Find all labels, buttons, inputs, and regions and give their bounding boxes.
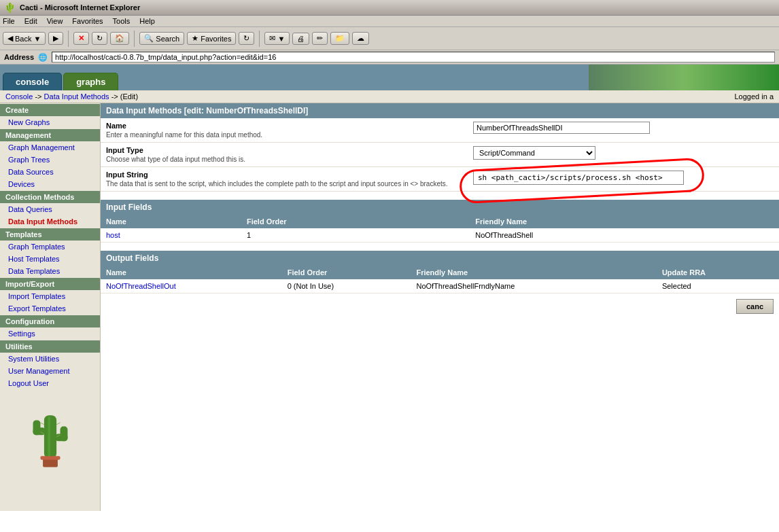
output-fields-section: Output Fields Name Field Order Friendly … xyxy=(101,251,779,294)
input-row-name-link[interactable]: host xyxy=(106,231,120,239)
output-col-friendly: Friendly Name xyxy=(411,266,656,279)
forward-button[interactable]: ▶ xyxy=(48,32,63,45)
input-string-desc: The data that is sent to the script, whi… xyxy=(106,180,462,188)
search-button[interactable]: 🔍 Search xyxy=(139,32,184,45)
output-row-rra: Selected xyxy=(657,279,779,294)
sidebar-item-settings[interactable]: Settings xyxy=(0,327,100,340)
input-col-name: Name xyxy=(101,215,241,228)
menu-view[interactable]: View xyxy=(47,17,63,25)
output-row-name-link[interactable]: NoOfThreadShellOut xyxy=(106,282,176,290)
menu-tools[interactable]: Tools xyxy=(113,17,131,25)
name-input[interactable] xyxy=(473,122,650,134)
content-section-header: Data Input Methods [edit: NumberOfThread… xyxy=(101,103,779,118)
sidebar-item-export-templates[interactable]: Export Templates xyxy=(0,302,100,315)
input-string-label: Input String xyxy=(106,171,462,179)
sidebar-item-user-management[interactable]: User Management xyxy=(0,365,100,377)
print-button[interactable]: 🖨 xyxy=(292,33,309,45)
tab-graphs[interactable]: graphs xyxy=(63,73,118,90)
cloud-button[interactable]: ☁ xyxy=(352,32,369,45)
input-fields-header: Input Fields xyxy=(101,200,779,215)
svg-line-10 xyxy=(56,423,60,425)
menu-edit[interactable]: Edit xyxy=(24,17,37,25)
output-row-friendly: NoOfThreadShellFrndlyName xyxy=(411,279,656,294)
edit-button[interactable]: ✏ xyxy=(312,32,328,45)
input-string-row: Input String The data that is sent to th… xyxy=(101,167,779,192)
input-type-input-cell: Script/Command SNMP Script Server xyxy=(468,143,779,167)
sidebar-item-data-queries[interactable]: Data Queries xyxy=(0,203,100,215)
sidebar-item-logout[interactable]: Logout User xyxy=(0,377,100,389)
edit-icon: ✏ xyxy=(317,34,323,43)
stop-button[interactable]: ✕ xyxy=(73,32,89,45)
breadcrumb-current: (Edit) xyxy=(120,92,138,101)
window-icon: 🌵 xyxy=(4,2,16,13)
star-icon: ★ xyxy=(192,34,198,43)
folder-icon: 📁 xyxy=(335,34,345,43)
breadcrumb-console[interactable]: Console xyxy=(5,92,33,101)
output-col-name: Name xyxy=(101,266,282,279)
menu-help[interactable]: Help xyxy=(139,17,155,25)
svg-rect-6 xyxy=(40,456,60,459)
input-type-label-cell: Input Type Choose what type of data inpu… xyxy=(101,143,468,167)
sidebar-item-data-templates[interactable]: Data Templates xyxy=(0,265,100,277)
output-row-name: NoOfThreadShellOut xyxy=(101,279,282,294)
menu-file[interactable]: File xyxy=(3,17,15,25)
input-string-input[interactable] xyxy=(473,171,684,185)
output-fields-header-row: Name Field Order Friendly Name Update RR… xyxy=(101,266,779,279)
output-row-order: 0 (Not In Use) xyxy=(282,279,411,294)
cancel-button[interactable]: canc xyxy=(736,299,774,314)
refresh-page-button[interactable]: ↻ xyxy=(239,32,254,45)
name-desc: Enter a meaningful name for this data in… xyxy=(106,131,462,139)
sidebar-item-graph-management[interactable]: Graph Management xyxy=(0,141,100,154)
table-row: host 1 NoOfThreadShell xyxy=(101,228,779,243)
menu-favorites[interactable]: Favorites xyxy=(72,17,103,25)
input-type-desc: Choose what type of data input method th… xyxy=(106,156,462,163)
logged-in-text: Logged in a xyxy=(735,92,774,101)
back-label: Back xyxy=(15,35,31,43)
form-table: Name Enter a meaningful name for this da… xyxy=(101,118,779,192)
breadcrumb-data-input[interactable]: Data Input Methods xyxy=(44,92,109,101)
favorites-button[interactable]: ★ Favorites xyxy=(187,32,236,45)
title-bar: 🌵 Cacti - Microsoft Internet Explorer xyxy=(0,0,779,16)
sidebar-item-graph-templates[interactable]: Graph Templates xyxy=(0,241,100,253)
input-fields-table: Name Field Order Friendly Name host 1 No… xyxy=(101,215,779,243)
sidebar-import-export-header: Import/Export xyxy=(0,278,100,290)
sidebar-item-host-templates[interactable]: Host Templates xyxy=(0,253,100,265)
breadcrumb-arrow1: -> xyxy=(35,92,41,101)
menu-bar: File Edit View Favorites Tools Help xyxy=(0,16,779,27)
search-icon: 🔍 xyxy=(144,34,154,43)
sidebar-item-data-sources[interactable]: Data Sources xyxy=(0,166,100,178)
sidebar-utilities-header: Utilities xyxy=(0,340,100,353)
svg-rect-7 xyxy=(48,416,50,457)
input-type-label: Input Type xyxy=(106,146,462,154)
sidebar-item-import-templates[interactable]: Import Templates xyxy=(0,290,100,302)
name-row: Name Enter a meaningful name for this da… xyxy=(101,118,779,143)
mail-icon: ✉ xyxy=(269,34,275,43)
forward-icon: ▶ xyxy=(53,34,58,43)
tab-console[interactable]: console xyxy=(3,73,62,90)
folder-button[interactable]: 📁 xyxy=(330,32,349,45)
sidebar-item-data-input-methods[interactable]: Data Input Methods xyxy=(0,215,100,228)
input-row-friendly: NoOfThreadShell xyxy=(470,228,779,243)
output-fields-table: Name Field Order Friendly Name Update RR… xyxy=(101,266,779,294)
actions-row: canc xyxy=(101,294,779,319)
breadcrumb-arrow2: -> xyxy=(111,92,118,101)
back-button[interactable]: ◀ Back ▼ xyxy=(3,32,46,45)
refresh-button[interactable]: ↻ xyxy=(92,32,107,45)
main-area: Create New Graphs Management Graph Manag… xyxy=(0,103,779,511)
separator-3 xyxy=(259,31,260,47)
output-col-rra: Update RRA xyxy=(657,266,779,279)
dropdown2-icon: ▼ xyxy=(277,35,285,43)
home-button[interactable]: 🏠 xyxy=(110,32,129,45)
input-type-select[interactable]: Script/Command SNMP Script Server xyxy=(473,146,595,160)
svg-rect-4 xyxy=(60,427,67,442)
cloud-icon: ☁ xyxy=(357,34,364,43)
sidebar-item-graph-trees[interactable]: Graph Trees xyxy=(0,154,100,166)
mail-button[interactable]: ✉ ▼ xyxy=(264,32,290,45)
sidebar-item-system-utilities[interactable]: System Utilities xyxy=(0,353,100,365)
sidebar-item-new-graphs[interactable]: New Graphs xyxy=(0,116,100,128)
address-input[interactable] xyxy=(52,52,775,63)
input-col-friendly: Friendly Name xyxy=(470,215,779,228)
sidebar-management-header: Management xyxy=(0,129,100,141)
sidebar-item-devices[interactable]: Devices xyxy=(0,178,100,190)
address-label: Address xyxy=(4,53,34,61)
